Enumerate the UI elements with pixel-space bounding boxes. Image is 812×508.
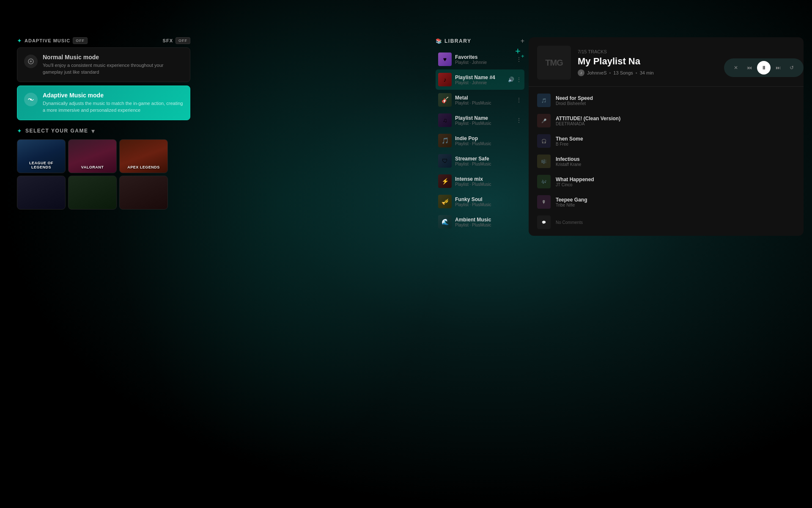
playlist-item-ambient[interactable]: 🌊 Ambient Music Playlist · PlusMusic — [436, 212, 524, 232]
playlist4-dots[interactable]: ⋮ — [516, 76, 522, 83]
favorites-info: Favorites Playlist · Johnnie — [455, 54, 513, 65]
svg-point-1 — [30, 99, 32, 100]
game-tile-dark3[interactable] — [119, 176, 168, 210]
favorites-dots[interactable]: ⋮ — [516, 56, 522, 63]
metal-dots[interactable]: ⋮ — [516, 97, 522, 103]
cover-text: TMG — [545, 58, 562, 68]
song-count: 13 Songs — [613, 70, 633, 75]
favorites-sub: Playlist · Johnnie — [455, 60, 513, 65]
song-info-5: Teepee Gang Tribe Nifie — [556, 197, 795, 207]
song-title-2: Then Some — [556, 136, 795, 142]
no-comments-text: No Comments — [556, 220, 795, 225]
playlist-item-streamer[interactable]: 🛡 Streamer Safe Playlist · PlusMusic — [436, 151, 524, 171]
volume-icon[interactable]: 🔊 — [508, 77, 514, 83]
transport-bar: ✕ ⏮ ⏸ ⏭ ↺ — [724, 58, 804, 77]
song-item-5[interactable]: 🎙 Teepee Gang Tribe Nifie — [529, 192, 804, 212]
library-header: 📚 LIBRARY + — [436, 37, 524, 45]
no-comments-row: 💬 No Comments — [529, 212, 804, 232]
repeat-button[interactable]: ↺ — [786, 62, 798, 74]
song-item-4[interactable]: 🎶 What Happened JT Cinco — [529, 171, 804, 192]
next-button[interactable]: ⏭ — [772, 62, 784, 74]
library-add-button[interactable]: + — [521, 37, 524, 45]
game-tile-valorant[interactable]: VALORANT — [68, 139, 117, 173]
playlist-item-funky[interactable]: 🎺 Funky Soul Playlist · PlusMusic — [436, 191, 524, 212]
favorites-actions: ⋮ — [516, 56, 522, 63]
game-tile-dark2[interactable] — [68, 176, 117, 210]
lol-bg: LEAGUE OFLEGENDS — [17, 140, 65, 173]
game-tile-lol[interactable]: LEAGUE OFLEGENDS — [17, 139, 66, 173]
intense-sub: Playlist · PlusMusic — [455, 182, 522, 187]
library-icon: 📚 — [436, 38, 442, 44]
playlist-item-favorites[interactable]: ♥ Favorites Playlist · Johnnie ⋮ — [436, 49, 524, 69]
song-item-3[interactable]: 🎼 Infectious Kristaff Krane — [529, 151, 804, 171]
prev-button[interactable]: ⏮ — [743, 62, 755, 74]
game-select-dropdown-arrow[interactable]: ▾ — [91, 127, 95, 135]
normal-mode-title: Normal Music mode — [43, 54, 183, 61]
song-artist-0: Droid Bisheerlet — [556, 101, 795, 106]
close-button[interactable]: ✕ — [730, 62, 742, 74]
prev-icon: ⏮ — [747, 65, 752, 71]
play-pause-button[interactable]: ⏸ — [757, 61, 771, 75]
duration-sep: • — [636, 70, 637, 75]
song-thumb-1: 🎤 — [537, 114, 551, 127]
play-icon: ⏸ — [761, 65, 766, 71]
streamer-info: Streamer Safe Playlist · PlusMusic — [455, 156, 522, 166]
song-item-2[interactable]: 🎧 Then Some B Free — [529, 131, 804, 151]
ambient-info: Ambient Music Playlist · PlusMusic — [455, 217, 522, 227]
lol-label: LEAGUE OFLEGENDS — [29, 161, 53, 169]
adaptive-mode-title: Adaptive Music mode — [43, 92, 183, 99]
adaptive-music-icon: ✦ — [17, 37, 22, 44]
metal-info: Metal Playlist · PlusMusic — [455, 95, 513, 105]
song-info-2: Then Some B Free — [556, 136, 795, 146]
indiepop-thumb: 🎵 — [438, 134, 452, 147]
streamer-thumb: 🛡 — [438, 154, 452, 168]
playlist-item-indiepop[interactable]: 🎵 Indie Pop Playlist · PlusMusic — [436, 130, 524, 151]
adaptive-toggle[interactable]: OFF — [73, 37, 88, 44]
playlist-item-intense[interactable]: ⚡ Intense mix Playlist · PlusMusic — [436, 171, 524, 191]
song-artist-5: Tribe Nifie — [556, 203, 795, 207]
song-artist-3: Kristaff Krane — [556, 162, 795, 167]
funky-info: Funky Soul Playlist · PlusMusic — [455, 196, 522, 207]
song-info-0: Need for Speed Droid Bisheerlet — [556, 95, 795, 106]
playlist4-info: Playlist Name #4 Playlist · Johnnie — [455, 75, 505, 85]
mode-toggle-bar: ✦ ADAPTIVE MUSIC OFF SFX OFF — [17, 37, 190, 44]
playlist-item-4[interactable]: ♪ Playlist Name #4 Playlist · Johnnie 🔊 … — [436, 69, 524, 90]
nowplaying-cover: TMG — [537, 46, 571, 80]
metal-actions: ⋮ — [516, 97, 522, 103]
song-item-0[interactable]: 🎵 Need for Speed Droid Bisheerlet — [529, 90, 804, 110]
duration: 34 min — [640, 70, 654, 75]
library-title: LIBRARY — [444, 38, 471, 44]
song-info-3: Infectious Kristaff Krane — [556, 156, 795, 167]
streamer-sub: Playlist · PlusMusic — [455, 162, 522, 166]
intense-thumb: ⚡ — [438, 174, 452, 188]
song-thumb-3: 🎼 — [537, 155, 551, 168]
playlist-item-metal[interactable]: 🎸 Metal Playlist · PlusMusic ⋮ — [436, 90, 524, 110]
adaptive-mode-card[interactable]: Adaptive Music mode Dynamically adjusts … — [17, 86, 190, 120]
playlistname-name: Playlist Name — [455, 115, 513, 121]
metal-sub: Playlist · PlusMusic — [455, 101, 513, 105]
indiepop-name: Indie Pop — [455, 135, 522, 141]
song-artist-2: B Free — [556, 142, 795, 146]
author-name: JohnnıeS — [587, 70, 606, 75]
song-item-1[interactable]: 🎤 ATTITUDE! (Clean Version) DEETRANADA — [529, 110, 804, 131]
normal-mode-card[interactable]: Normal Music mode You'll enjoy a consist… — [17, 47, 190, 82]
dark2-bg — [69, 176, 116, 209]
repeat-icon: ↺ — [790, 65, 794, 71]
library-panel: 📚 LIBRARY + ♥ Favorites Playlist · Johnn… — [436, 37, 524, 232]
playlist-list: ♥ Favorites Playlist · Johnnie ⋮ ♪ Playl… — [436, 49, 524, 232]
sfx-toggle[interactable]: OFF — [176, 37, 190, 44]
adaptive-music-group: ✦ ADAPTIVE MUSIC OFF — [17, 37, 88, 44]
game-tile-apex[interactable]: APEX LEGENDS — [119, 139, 168, 173]
favorites-thumb: ♥ — [438, 52, 452, 66]
playlist-item-name[interactable]: ♫ Playlist Name Playlist · PlusMusic ⋮ — [436, 110, 524, 130]
song-thumb-2: 🎧 — [537, 134, 551, 148]
song-thumb-5: 🎙 — [537, 195, 551, 209]
game-select-bar: ✦ SELECT YOUR GAME ▾ — [17, 127, 190, 135]
song-info-1: ATTITUDE! (Clean Version) DEETRANADA — [556, 116, 795, 126]
game-tile-dark1[interactable] — [17, 176, 66, 210]
metal-thumb: 🎸 — [438, 93, 452, 107]
library-title-row: 📚 LIBRARY — [436, 38, 471, 44]
adaptive-mode-desc: Dynamically adjusts the music to match t… — [43, 100, 183, 114]
playlistname-dots[interactable]: ⋮ — [516, 117, 522, 124]
song-title-5: Teepee Gang — [556, 197, 795, 203]
